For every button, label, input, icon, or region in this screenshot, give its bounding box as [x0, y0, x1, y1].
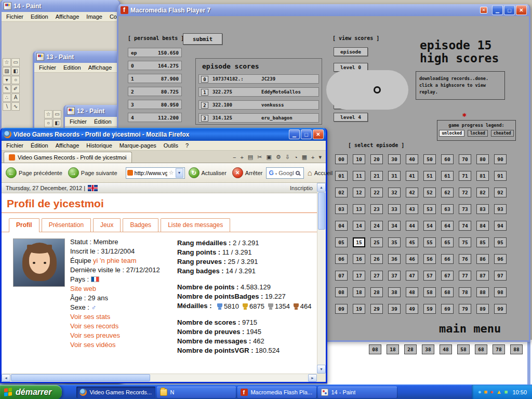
tray-update-icon[interactable]: ■	[484, 389, 488, 395]
episode-cell-97[interactable]: 97	[494, 271, 507, 281]
episode-cell-18[interactable]: 18	[353, 287, 365, 297]
episode-cell-51[interactable]: 51	[423, 171, 436, 181]
url-bar[interactable]: http://www.vgr-	[126, 167, 185, 179]
episode-cell-74[interactable]: 74	[459, 221, 471, 231]
episode-cell-56[interactable]: 56	[423, 254, 436, 264]
eyedropper-icon[interactable]: ▾	[3, 76, 11, 84]
episode-cell-52[interactable]: 52	[423, 188, 436, 197]
flash-titlebar[interactable]: Macromedia Flash Player 7	[118, 4, 529, 16]
print-icon[interactable]: ▦	[302, 154, 307, 161]
episode-cell-54[interactable]: 54	[423, 221, 436, 231]
freeform-select-icon[interactable]: ☆	[44, 110, 52, 118]
fill-icon[interactable]: ◧	[53, 119, 61, 127]
menu-fichier[interactable]: Fichier	[35, 63, 60, 72]
equipe-link[interactable]: yi 'n phie team	[93, 257, 136, 264]
episode-cell-01[interactable]: 01	[335, 171, 348, 181]
menu-dition[interactable]: Édition	[90, 117, 115, 126]
episode-cell-08[interactable]: 08	[335, 287, 348, 297]
episode-cell-68[interactable]: 68	[441, 287, 454, 297]
episode-cell-13[interactable]: 13	[353, 204, 365, 214]
episode-cell-83[interactable]: 83	[476, 204, 489, 214]
background-close-button[interactable]	[480, 7, 487, 14]
fill-icon[interactable]: ◧	[11, 67, 20, 75]
episode-cell-34[interactable]: 34	[388, 221, 401, 231]
tray-security-icon[interactable]: ▲	[496, 389, 502, 395]
inscription-link[interactable]: Inscriptio	[290, 185, 313, 191]
episode-cell-32[interactable]: 32	[388, 188, 401, 197]
link-voir-ses-stats[interactable]: Voir ses stats	[70, 312, 174, 322]
bg-episode-cell-68[interactable]: 68	[475, 344, 487, 354]
episode-cell-07[interactable]: 07	[335, 271, 348, 281]
bg-episode-cell-48[interactable]: 48	[440, 344, 452, 354]
episode-cell-14[interactable]: 14	[353, 221, 365, 231]
scroll-up-button[interactable]	[317, 183, 326, 192]
episode-cell-09[interactable]: 09	[335, 304, 348, 314]
maximize-button[interactable]	[301, 129, 312, 139]
url-dropdown[interactable]	[176, 168, 183, 178]
menu-dition[interactable]: Édition	[27, 141, 52, 150]
episode-cell-22[interactable]: 22	[370, 188, 383, 197]
site-web-link[interactable]: Site web	[70, 284, 174, 294]
remove-icon[interactable]: −	[233, 154, 236, 161]
episode-cell-61[interactable]: 61	[441, 171, 454, 181]
episode-cell-92[interactable]: 92	[494, 188, 507, 197]
episode-cell-80[interactable]: 80	[476, 154, 489, 164]
episode-cell-98[interactable]: 98	[494, 287, 507, 297]
menu-historique[interactable]: Historique	[83, 141, 116, 150]
add-icon[interactable]: +	[240, 154, 243, 161]
horizontal-scrollbar[interactable]	[2, 374, 317, 382]
episode-cell-90[interactable]: 90	[494, 154, 507, 164]
episode-cell-19[interactable]: 19	[353, 304, 365, 314]
episode-cell-49[interactable]: 49	[406, 304, 418, 314]
episode-cell-82[interactable]: 82	[476, 188, 489, 197]
episode-cell-37[interactable]: 37	[388, 271, 401, 281]
episode-cell-42[interactable]: 42	[406, 188, 418, 197]
episode-cell-40[interactable]: 40	[406, 154, 418, 164]
select-icon[interactable]: ▭	[53, 110, 61, 118]
episode-cell-79[interactable]: 79	[459, 304, 471, 314]
personal-best-row-4[interactable]: 4112.200	[128, 113, 182, 122]
airbrush-icon[interactable]: ∴	[3, 94, 11, 102]
episode-cell-73[interactable]: 73	[459, 204, 471, 214]
episode-cell-38[interactable]: 38	[388, 287, 401, 297]
episode-cell-70[interactable]: 70	[459, 154, 471, 164]
episode-cell-16[interactable]: 16	[353, 254, 365, 264]
vertical-scrollbar[interactable]	[317, 183, 326, 374]
episode-cell-91[interactable]: 91	[494, 171, 507, 181]
link-voir-ses-vid-os[interactable]: Voir ses vidéos	[70, 340, 174, 350]
personal-best-row-1[interactable]: 187.900	[128, 74, 182, 83]
view-level-4-button[interactable]: level 4	[334, 113, 368, 122]
episode-cell-05[interactable]: 05	[335, 237, 348, 247]
menu-affichage[interactable]: Affichage	[85, 63, 116, 72]
uk-flag-icon[interactable]	[88, 185, 98, 191]
episode-cell-65[interactable]: 65	[441, 237, 454, 247]
episode-cell-59[interactable]: 59	[423, 304, 436, 314]
menu-help[interactable]: ?	[182, 141, 192, 150]
personal-best-row-ep[interactable]: ep150.650	[128, 48, 182, 57]
select-icon[interactable]: ▭	[11, 58, 20, 66]
copy-icon[interactable]: ▣	[266, 154, 271, 161]
episode-cell-47[interactable]: 47	[406, 271, 418, 281]
episode-cell-23[interactable]: 23	[370, 204, 383, 214]
tray-messenger-icon[interactable]: ■	[504, 389, 508, 395]
episode-cell-72[interactable]: 72	[459, 188, 471, 197]
bg-episode-cell-08[interactable]: 08	[369, 344, 381, 354]
history-icon[interactable]: ◔	[294, 154, 298, 161]
scroll-down-button[interactable]	[317, 365, 326, 374]
menu-affichage[interactable]: Affichage	[52, 12, 83, 21]
episode-cell-17[interactable]: 17	[353, 271, 365, 281]
paint-13-titlebar[interactable]: 13 - Paint	[34, 51, 119, 63]
episode-cell-89[interactable]: 89	[476, 304, 489, 314]
episode-cell-57[interactable]: 57	[423, 271, 436, 281]
tab-pr-sentation[interactable]: Présentation	[42, 218, 91, 232]
episode-cell-93[interactable]: 93	[494, 204, 507, 214]
episode-cell-81[interactable]: 81	[476, 171, 489, 181]
tab-liste-des-messages[interactable]: Liste des messages	[161, 218, 230, 232]
menu-edition[interactable]: Edition	[27, 12, 52, 21]
menu-fichier[interactable]: Fichier	[3, 12, 27, 21]
episode-score-row-0[interactable]: 0107374182.:JC239	[198, 74, 319, 84]
bg-episode-cell-58[interactable]: 58	[457, 344, 470, 354]
episode-cell-25[interactable]: 25	[370, 237, 383, 247]
episode-cell-00[interactable]: 00	[335, 154, 348, 164]
horizontal-scroll-thumb[interactable]	[11, 374, 150, 381]
